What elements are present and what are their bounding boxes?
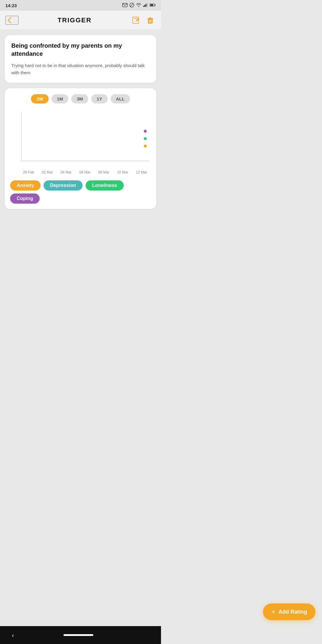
battery-icon	[150, 3, 156, 8]
x-axis-labels: 29 Feb 02 Mar 04 Mar 06 Mar 08 Mar 10 Ma…	[10, 170, 151, 174]
chart-svg	[10, 109, 151, 168]
blocked-icon	[129, 3, 134, 8]
trigger-description: Trying hard not to be in that situation …	[11, 62, 150, 76]
x-label-6: 12 Mar	[132, 170, 151, 174]
svg-rect-3	[143, 6, 144, 7]
status-bar: 14:23	[0, 0, 161, 11]
x-label-0: 29 Feb	[19, 170, 38, 174]
chart-area	[10, 109, 151, 168]
top-nav: TRIGGER	[0, 11, 161, 30]
tag-coping[interactable]: Coping	[10, 193, 40, 204]
filter-1m[interactable]: 1M	[52, 94, 69, 103]
emotion-tags: Anxiety Depression Loneliness Coping	[10, 179, 151, 204]
status-time: 14:23	[5, 3, 17, 8]
delete-button[interactable]	[145, 15, 156, 26]
signal-icon	[143, 3, 148, 8]
svg-rect-0	[123, 3, 127, 7]
svg-rect-6	[147, 3, 148, 7]
time-filters: 2W 1M 3M 1Y ALL	[10, 94, 151, 103]
svg-rect-14	[149, 17, 151, 18]
x-label-4: 08 Mar	[95, 170, 113, 174]
svg-point-21	[144, 137, 146, 140]
back-button[interactable]	[5, 16, 18, 25]
tag-depression[interactable]: Depression	[44, 180, 83, 191]
x-label-5: 10 Mar	[113, 170, 132, 174]
wifi-icon	[136, 3, 141, 8]
x-label-3: 06 Mar	[75, 170, 94, 174]
tag-anxiety[interactable]: Anxiety	[10, 180, 41, 191]
status-icons	[122, 3, 156, 8]
svg-rect-4	[144, 5, 145, 7]
svg-rect-9	[155, 4, 156, 6]
svg-rect-13	[147, 18, 153, 19]
nav-actions	[131, 15, 156, 26]
svg-line-2	[130, 4, 133, 7]
filter-3m[interactable]: 3M	[71, 94, 88, 103]
edit-button[interactable]	[131, 15, 141, 26]
trigger-card: Being confronted by my parents on my att…	[5, 35, 156, 83]
svg-rect-5	[145, 4, 146, 7]
x-label-2: 04 Mar	[57, 170, 75, 174]
svg-point-22	[144, 145, 146, 148]
page-title: TRIGGER	[18, 16, 131, 24]
message-icon	[122, 3, 128, 8]
svg-point-20	[144, 130, 146, 133]
filter-1y[interactable]: 1Y	[91, 94, 107, 103]
chart-card: 2W 1M 3M 1Y ALL 29 Feb	[5, 88, 156, 209]
filter-all[interactable]: ALL	[111, 94, 130, 103]
trigger-title: Being confronted by my parents on my att…	[11, 42, 150, 58]
tag-loneliness[interactable]: Loneliness	[86, 180, 124, 191]
x-label-1: 02 Mar	[38, 170, 57, 174]
main-content: Being confronted by my parents on my att…	[0, 30, 161, 214]
svg-rect-8	[150, 4, 153, 6]
filter-2w[interactable]: 2W	[31, 94, 49, 103]
